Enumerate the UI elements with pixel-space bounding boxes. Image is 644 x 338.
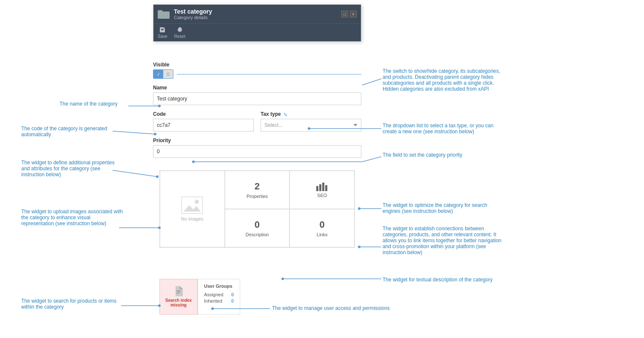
properties-count: 2 [255, 181, 260, 192]
seo-chart-icon [316, 182, 328, 191]
search-index-icon [174, 286, 183, 296]
svg-rect-9 [176, 292, 181, 292]
user-groups-title: User Groups [204, 284, 234, 289]
visible-annotation: The switch to show/hide category, its su… [383, 68, 502, 92]
close-button[interactable]: × [350, 11, 357, 17]
code-annotation: The code of the category is generated au… [21, 126, 115, 137]
svg-line-14 [113, 131, 155, 134]
svg-point-28 [358, 246, 360, 248]
properties-label: Properties [247, 194, 268, 199]
toggle-on: ✓ [153, 70, 163, 78]
reset-label: Reset [174, 34, 185, 39]
widget-grid: No images 2 Properties SEO 0 Description… [159, 170, 355, 248]
window-title: Test category [174, 8, 212, 15]
taxtype-select[interactable]: Select... [261, 119, 361, 132]
seo-label: SEO [317, 193, 327, 198]
svg-point-26 [358, 207, 360, 210]
svg-rect-0 [161, 31, 164, 32]
user-groups-annotation: The widget to manage user access and per… [272, 305, 390, 311]
priority-annotation: The field to set the category priority [383, 152, 462, 158]
window-controls: □ × [341, 11, 357, 17]
taxtype-annotation: The dropdown list to select a tax type, … [383, 123, 502, 135]
image-placeholder-icon [182, 197, 203, 214]
assigned-label: Assigned [204, 292, 223, 297]
window-title-left: Test category Category details [158, 8, 212, 20]
description-label: Description [245, 232, 269, 237]
seo-annotation: The widget to optimize the category for … [383, 202, 502, 214]
save-icon [159, 26, 166, 33]
assigned-count: 0 [231, 292, 234, 297]
svg-rect-10 [176, 293, 179, 294]
no-images-label: No images [181, 216, 204, 221]
save-button[interactable]: Save [158, 26, 167, 39]
description-widget[interactable]: 0 Description [225, 209, 290, 247]
svg-line-18 [362, 157, 381, 162]
svg-line-11 [362, 79, 381, 85]
images-widget[interactable]: No images [160, 171, 225, 247]
svg-rect-8 [176, 290, 181, 291]
priority-section: Priority [153, 137, 361, 158]
images-annotation: The widget to upload images associated w… [21, 209, 123, 226]
window-titlebar: Test category Category details □ × [153, 5, 361, 23]
user-groups-assigned-row: Assigned 0 [204, 292, 234, 297]
svg-point-3 [195, 200, 199, 204]
taxtype-col: Tax type ✎ Select... [261, 111, 361, 132]
name-section: Name [153, 85, 361, 105]
taxtype-label-row: Tax type ✎ [261, 111, 361, 119]
priority-input[interactable] [153, 145, 361, 158]
links-count: 0 [320, 219, 325, 230]
window-title-text: Test category Category details [174, 8, 212, 20]
code-col: Code [153, 111, 254, 132]
form-area: Visible ✓ ||| Name Code Tax type ✎ Selec… [153, 62, 361, 164]
description-count: 0 [255, 219, 260, 230]
code-input[interactable] [153, 119, 254, 132]
description-annotation: The widget for textual description of th… [383, 277, 493, 283]
search-index-widget[interactable]: Search index missing [159, 279, 198, 315]
svg-rect-6 [322, 183, 324, 191]
category-window: Test category Category details □ × Save … [153, 4, 361, 42]
save-label: Save [158, 34, 167, 39]
inherited-label: Inherited [204, 298, 222, 304]
svg-point-30 [281, 278, 284, 280]
visible-label: Visible [153, 62, 361, 68]
properties-annotation: The widget to define additional properti… [21, 160, 115, 178]
search-index-label: Search index missing [165, 298, 192, 307]
properties-widget[interactable]: 2 Properties [225, 171, 290, 209]
user-groups-inherited-row: Inherited 0 [204, 298, 234, 304]
search-index-area: Search index missing User Groups Assigne… [159, 279, 240, 315]
visible-toggle[interactable]: ✓ ||| [153, 69, 173, 79]
priority-label: Priority [153, 137, 361, 143]
minimize-button[interactable]: □ [341, 11, 348, 17]
window-toolbar: Save Reset [153, 23, 361, 41]
svg-rect-5 [319, 184, 321, 191]
search-index-annotation: The widget to search for products or ite… [21, 298, 123, 310]
seo-widget[interactable]: SEO [289, 171, 355, 209]
reset-button[interactable]: Reset [174, 26, 185, 39]
toggle-line [177, 74, 361, 74]
user-groups-widget[interactable]: User Groups Assigned 0 Inherited 0 [198, 279, 240, 315]
code-label: Code [153, 111, 254, 117]
toggle-off: ||| [163, 70, 173, 78]
links-label: Links [317, 232, 328, 237]
name-input[interactable] [153, 92, 361, 105]
reset-icon [176, 26, 183, 33]
name-annotation: The name of the category [60, 101, 118, 107]
taxtype-edit-icon[interactable]: ✎ [284, 112, 288, 118]
svg-rect-7 [325, 185, 327, 191]
visible-section: Visible ✓ ||| [153, 62, 361, 79]
name-label: Name [153, 85, 361, 91]
svg-point-22 [156, 175, 159, 178]
inherited-count: 0 [231, 298, 234, 304]
folder-icon [158, 9, 170, 19]
svg-line-21 [113, 170, 157, 177]
visible-toggle-row: ✓ ||| [153, 69, 361, 79]
window-subtitle: Category details [174, 15, 212, 20]
svg-rect-4 [316, 186, 318, 191]
svg-rect-1 [161, 27, 164, 29]
code-taxtype-row: Code Tax type ✎ Select... [153, 111, 361, 132]
taxtype-label: Tax type [261, 111, 281, 117]
links-annotation: The widget to establish connections betw… [383, 226, 502, 255]
links-widget[interactable]: 0 Links [289, 209, 355, 247]
